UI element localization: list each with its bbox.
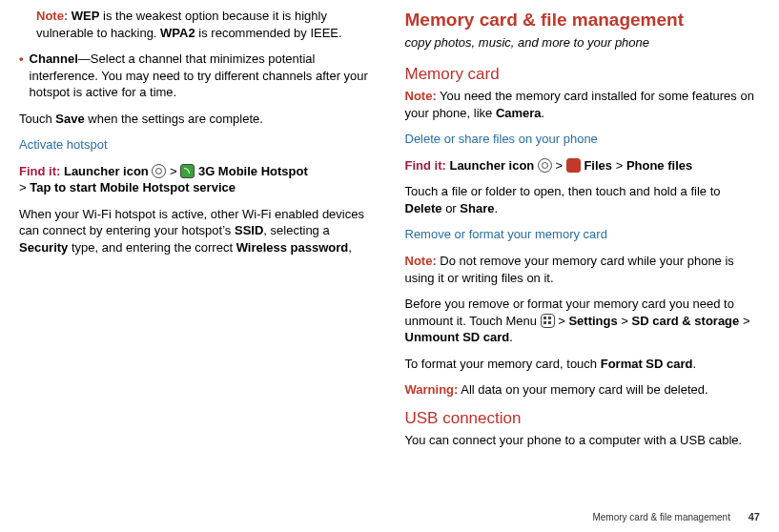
section-title: Memory card & file management: [405, 8, 761, 32]
gt-1: >: [170, 164, 177, 178]
touch-save-2: when the settings are complete.: [85, 112, 263, 126]
findit-label: Find it:: [19, 164, 60, 178]
memory-card-note: Note: You need the memory card installed…: [405, 88, 761, 121]
page-footer: Memory card & file management 47: [592, 510, 760, 524]
files-label: Files: [584, 158, 612, 173]
touch-save-1: Touch: [19, 112, 55, 126]
page: Note: WEP is the weakest option because …: [0, 0, 779, 532]
right-column: Memory card & file management copy photo…: [390, 8, 761, 519]
warning-body: All data on your memory card will be del…: [458, 382, 707, 397]
footer-text: Memory card & file management: [592, 512, 730, 522]
warning-text: Warning: All data on your memory card wi…: [405, 381, 761, 399]
hp-3: type, and entering the correct: [68, 240, 236, 255]
channel-bullet: • Channel—Select a channel that minimize…: [19, 51, 371, 111]
launcher-label-2: Launcher icon: [449, 158, 534, 173]
mc-note-1: You need the memory card installed for s…: [405, 89, 754, 120]
wpass-bold: Wireless password: [236, 240, 349, 255]
hotspot-icon: [180, 164, 195, 178]
note-label: Note:: [36, 9, 68, 23]
camera-bold: Camera: [496, 106, 542, 120]
unmount-text: Before you remove or format your memory …: [405, 296, 761, 346]
note-label-3: Note:: [405, 254, 437, 268]
delete-bold: Delete: [405, 201, 442, 215]
findit-label-2: Find it:: [405, 158, 446, 173]
launcher-icon: [152, 164, 166, 178]
sdstorage-bold: SD card & storage: [632, 314, 740, 328]
um-gt1: >: [555, 314, 569, 328]
um-end: .: [509, 330, 513, 344]
tf-end: .: [494, 201, 498, 215]
touch-file-text: Touch a file or folder to open, then tou…: [405, 183, 761, 216]
channel-text: Channel—Select a channel that minimizes …: [30, 51, 371, 101]
wep-bold: WEP: [72, 9, 100, 23]
usb-body: You can connect your phone to a computer…: [405, 432, 761, 449]
um-gt3: >: [739, 314, 749, 328]
section-tagline: copy photos, music, and more to your pho…: [405, 34, 761, 51]
hotspot-label: 3G Mobile Hotspot: [198, 164, 308, 178]
menu-icon: [541, 314, 555, 328]
wep-note: Note: WEP is the weakest option because …: [36, 8, 371, 41]
remove-note: Note: Do not remove your memory card whi…: [405, 253, 761, 286]
findit-hotspot: Find it: Launcher icon > 3G Mobile Hotsp…: [19, 163, 371, 196]
tf-mid: or: [442, 201, 461, 215]
findit-files: Find it: Launcher icon > Files > Phone f…: [405, 157, 761, 174]
left-column: Note: WEP is the weakest option because …: [19, 8, 390, 519]
format-bold: Format SD card: [601, 357, 693, 371]
mc-note-end: .: [542, 106, 545, 120]
fmt-1: To format your memory card, touch: [405, 357, 601, 371]
delete-share-heading: Delete or share files on your phone: [405, 131, 761, 148]
tap-start-label: Tap to start Mobile Hotspot service: [30, 180, 236, 194]
unmount-bold: Unmount SD card: [405, 330, 510, 344]
gt-2: >: [19, 180, 27, 194]
wpa2-bold: WPA2: [160, 26, 195, 40]
hp-2: , selecting a: [263, 223, 329, 237]
share-bold: Share: [460, 201, 494, 215]
memory-card-heading: Memory card: [405, 64, 761, 86]
um-gt2: >: [618, 314, 632, 328]
ssid-bold: SSID: [235, 223, 263, 237]
bullet-icon: •: [19, 51, 24, 111]
touch-save: Touch Save when the settings are complet…: [19, 111, 371, 128]
channel-body: —Select a channel that minimizes potenti…: [30, 51, 368, 99]
wep-note-text-2: is recommended by IEEE.: [198, 26, 341, 40]
fmt-end: .: [693, 357, 697, 371]
save-bold: Save: [55, 112, 84, 126]
tf-1: Touch a file or folder to open, then tou…: [405, 184, 721, 198]
activate-hotspot-heading: Activate hotspot: [19, 136, 371, 153]
usb-heading: USB connection: [405, 408, 761, 430]
channel-bold: Channel: [30, 51, 78, 66]
note-label-2: Note:: [405, 89, 437, 103]
phone-files-label: Phone files: [626, 158, 692, 173]
hotspot-connect-text: When your Wi-Fi hotspot is active, other…: [19, 206, 371, 256]
remove-format-heading: Remove or format your memory card: [405, 226, 761, 243]
files-icon: [566, 158, 581, 173]
format-text: To format your memory card, touch Format…: [405, 356, 761, 373]
security-bold: Security: [19, 240, 68, 255]
launcher-icon-2: [538, 158, 552, 173]
launcher-label: Launcher icon: [64, 164, 149, 178]
hp-end: ,: [348, 240, 352, 255]
warning-label: Warning:: [405, 382, 459, 397]
remove-note-body: Do not remove your memory card while you…: [405, 254, 734, 285]
settings-bold: Settings: [568, 314, 617, 328]
page-number: 47: [748, 511, 760, 522]
